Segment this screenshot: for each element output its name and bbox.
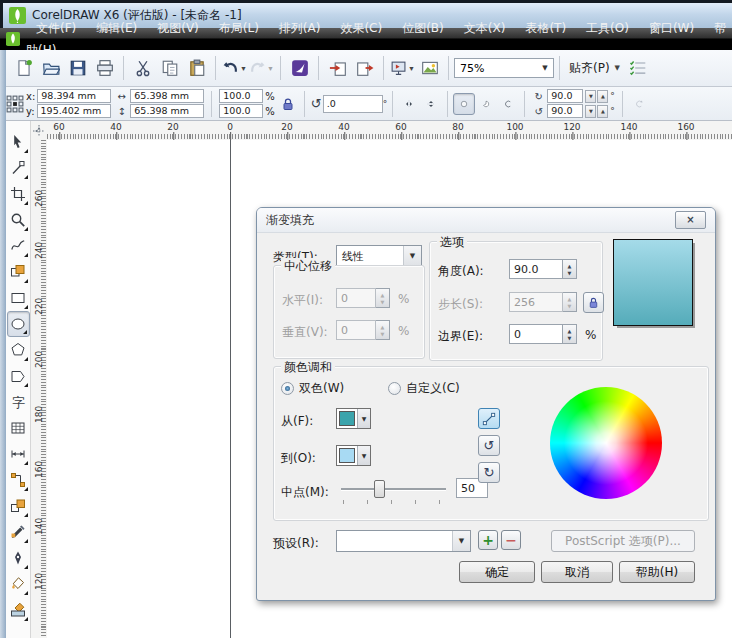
- menu-item-edit[interactable]: 编辑(E): [86, 21, 147, 35]
- dialog-close-button[interactable]: ×: [675, 211, 706, 229]
- rectangle-tool[interactable]: [7, 285, 30, 311]
- from-color-dropdown[interactable]: ▼: [336, 408, 371, 429]
- y-position-field[interactable]: 195.402 mm: [37, 104, 111, 118]
- spin-up-icon[interactable]: ▲: [597, 90, 608, 103]
- slider-track[interactable]: [341, 488, 446, 491]
- remove-preset-button[interactable]: −: [501, 530, 521, 550]
- start-angle-field[interactable]: 90.0: [547, 89, 583, 103]
- snap-to-button[interactable]: 贴齐(P)▼: [565, 60, 624, 77]
- export-button[interactable]: [352, 56, 377, 81]
- cut-icon: [134, 59, 152, 77]
- object-height-field[interactable]: 65.398 mm: [130, 104, 204, 118]
- undo-button[interactable]: ▼: [222, 56, 247, 81]
- open-icon: [42, 59, 60, 77]
- edge-pad-field[interactable]: 0: [509, 324, 563, 344]
- spin-down-icon[interactable]: ▼: [585, 90, 596, 103]
- help-button[interactable]: 帮助(H): [619, 561, 695, 583]
- arc-mode-button[interactable]: [497, 93, 519, 115]
- new-document-button[interactable]: [11, 56, 36, 81]
- dialog-title-bar[interactable]: 渐变填充 ×: [257, 208, 715, 233]
- menu-item-tools[interactable]: 工具(O): [576, 21, 639, 35]
- pick-tool[interactable]: [7, 129, 30, 155]
- scale-h-field[interactable]: 100.0: [219, 89, 263, 103]
- spin-up-icon[interactable]: ▲: [597, 105, 608, 118]
- rectangle-tool-icon: [10, 290, 26, 306]
- center-offset-group-label: 中心位移: [281, 258, 335, 275]
- menu-item-table[interactable]: 表格(T): [515, 21, 576, 35]
- basic-shapes-tool[interactable]: [7, 363, 30, 389]
- menu-item-text[interactable]: 文本(X): [454, 21, 516, 35]
- angle-field[interactable]: 90.0: [509, 259, 563, 279]
- blend-tool[interactable]: [7, 493, 30, 519]
- slider-thumb[interactable]: [374, 480, 385, 498]
- edge-pad-spinner[interactable]: ▲▼: [563, 324, 577, 344]
- midpoint-slider[interactable]: [341, 480, 446, 504]
- ok-button[interactable]: 确定: [459, 561, 535, 583]
- corel-connect-button[interactable]: [287, 56, 312, 81]
- freehand-tool[interactable]: [7, 233, 30, 259]
- svg-text:字: 字: [12, 395, 25, 410]
- x-position-field[interactable]: 98.394 mm: [37, 89, 111, 103]
- presets-dropdown[interactable]: ▼: [336, 530, 471, 552]
- table-tool[interactable]: [7, 415, 30, 441]
- options-button[interactable]: [625, 56, 650, 81]
- menu-item-arrange[interactable]: 排列(A): [269, 21, 331, 35]
- mirror-vertical-button[interactable]: [420, 93, 442, 115]
- copy-button[interactable]: [157, 56, 182, 81]
- cut-button[interactable]: [130, 56, 155, 81]
- to-color-dropdown[interactable]: ▼: [336, 445, 371, 466]
- add-preset-button[interactable]: +: [478, 530, 498, 550]
- object-width-field[interactable]: 65.398 mm: [130, 89, 204, 103]
- color-eyedropper-tool[interactable]: [7, 519, 30, 545]
- angle-spinner[interactable]: ▲▼: [563, 259, 577, 279]
- import-button[interactable]: [325, 56, 350, 81]
- interactive-fill-tool[interactable]: [7, 597, 30, 623]
- polygon-tool[interactable]: [7, 337, 30, 363]
- welcome-screen-button[interactable]: [417, 56, 442, 81]
- pie-mode-button[interactable]: [475, 93, 497, 115]
- app-launcher-button[interactable]: ▼: [390, 56, 415, 81]
- rotation-angle-field[interactable]: .0: [323, 95, 383, 113]
- pie-icon: [482, 96, 490, 112]
- ruler-origin-corner[interactable]: [31, 121, 48, 141]
- print-button[interactable]: [92, 56, 117, 81]
- menu-item-file[interactable]: 文件(F): [26, 21, 86, 35]
- custom-radio[interactable]: 自定义(C): [388, 380, 460, 397]
- clockwise-path-button[interactable]: ↻: [478, 462, 500, 483]
- direct-path-button[interactable]: [478, 408, 500, 429]
- fill-tool[interactable]: [7, 571, 30, 597]
- steps-lock-button[interactable]: [583, 292, 604, 313]
- menu-item-view[interactable]: 视图(V): [147, 21, 209, 35]
- text-tool[interactable]: 字: [7, 389, 30, 415]
- dimension-tool[interactable]: [7, 441, 30, 467]
- counterclockwise-path-button[interactable]: ↺: [478, 435, 500, 456]
- menu-item-layout[interactable]: 布局(L): [209, 21, 269, 35]
- smart-fill-tool[interactable]: [7, 259, 30, 285]
- scale-v-field[interactable]: 100.0: [219, 104, 263, 118]
- cancel-button[interactable]: 取消: [541, 561, 613, 583]
- two-color-radio[interactable]: 双色(W): [281, 380, 344, 397]
- spin-down-icon[interactable]: ▼: [585, 105, 596, 118]
- flyout-arrow-icon: [24, 305, 28, 309]
- paste-button[interactable]: [184, 56, 209, 81]
- crop-tool[interactable]: [7, 181, 30, 207]
- mirror-horizontal-button[interactable]: [398, 93, 420, 115]
- zoom-level-combo[interactable]: 75%▼: [454, 58, 554, 78]
- type-dropdown[interactable]: 线性 ▼: [336, 245, 422, 267]
- outline-pen-tool[interactable]: [7, 545, 30, 571]
- flyout-arrow-icon: [24, 253, 28, 257]
- save-button[interactable]: [65, 56, 90, 81]
- menu-item-window[interactable]: 窗口(W): [639, 21, 704, 35]
- menu-item-effects[interactable]: 效果(C): [330, 21, 392, 35]
- zoom-tool[interactable]: [7, 207, 30, 233]
- end-angle-field[interactable]: 90.0: [547, 104, 583, 118]
- connector-tool[interactable]: [7, 467, 30, 493]
- shape-tool[interactable]: [7, 155, 30, 181]
- open-button[interactable]: [38, 56, 63, 81]
- lock-ratio-icon[interactable]: [280, 96, 296, 112]
- ellipse-mode-button[interactable]: [453, 93, 475, 115]
- hruler-label: 40: [110, 122, 121, 132]
- menu-item-bitmaps[interactable]: 位图(B): [392, 21, 454, 35]
- ellipse-tool[interactable]: [7, 311, 30, 337]
- table-tool-icon: [10, 420, 26, 436]
